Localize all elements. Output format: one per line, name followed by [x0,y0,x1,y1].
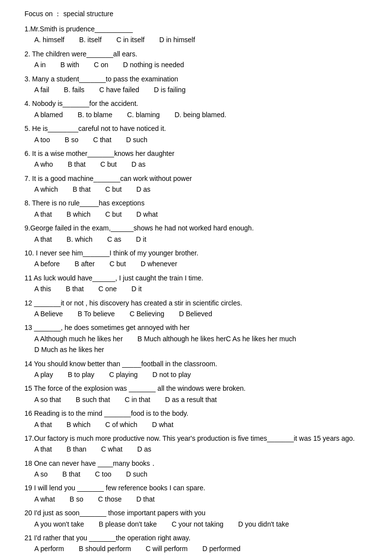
question-q2: 2. The children were_______all ears.A in… [24,49,368,71]
option-q15-0: A so that [34,394,61,405]
option-q1-0: A. himself [34,34,64,45]
question-text-q18: 18 One can never have ____many books． [24,458,368,469]
question-q6: 6. It is a wise mother_______knows her d… [24,148,368,170]
option-q3-3: D is failing [154,84,186,95]
question-q11: 11 As luck would have______, I just caug… [24,273,368,295]
option-q19-0: A what [34,494,55,505]
option-q11-0: A this [34,283,51,294]
option-q8-2: C but [105,209,122,220]
option-q10-1: B after [74,258,95,269]
option-q14-2: C playing [109,369,138,380]
option-q21-2: C will perform [146,543,188,554]
option-q9-1: B. which [67,234,93,245]
option-q8-1: B which [67,209,91,220]
options-row-q4: A blamedB. to blameC. blamingD. being bl… [24,109,368,120]
option-q13-0: A Although much he likes her [34,333,123,344]
option-q12-2: C Believing [129,308,164,319]
option-q14-3: D not to play [152,369,191,380]
option-q7-0: A which [34,184,58,195]
question-text-q15: 15 The force of the explosion was ______… [24,383,368,394]
options-row-q16: A thatB whichC of whichD what [24,419,368,430]
question-text-q10: 10. I never see him_______I think of my … [24,248,368,258]
option-q16-0: A that [34,419,52,430]
option-q11-1: B that [66,283,84,294]
option-q10-3: D whenever [141,258,177,269]
question-q12: 12 _______it or not , his discovery has … [24,298,368,320]
option-q2-3: D nothing is needed [123,59,184,70]
question-q16: 16 Reading is to the mind _______food is… [24,408,368,430]
question-text-q14: 14 You should know better than _____foot… [24,358,368,369]
questions-container: 1.Mr.Smith is prudence__________A. himse… [24,24,368,555]
option-q11-2: C one [98,283,117,294]
header-title: Focus on ： special structure [24,10,113,18]
options-row-q6: A whoB thatC butD as [24,159,368,170]
question-q15: 15 The force of the explosion was ______… [24,383,368,405]
option-q21-1: B should perform [79,543,131,554]
option-q18-2: C too [95,469,111,479]
question-text-q5: 5. He is________careful not to have noti… [24,123,368,134]
option-q2-2: C on [94,59,108,70]
option-q5-3: D such [126,134,147,145]
question-text-q3: 3. Many a student_______to pass the exam… [24,74,368,84]
option-q11-3: D it [131,283,142,294]
option-q20-2: C your not taking [172,519,223,530]
options-row-q2: A inB withC onD nothing is needed [24,59,368,70]
option-q19-1: B so [70,494,83,505]
option-q9-2: C as [107,234,122,245]
option-q15-3: D as a result that [165,394,217,405]
options-row-q10: A beforeB afterC butD whenever [24,258,368,269]
question-q13: 13 _______, he does sometimes get annoye… [24,322,368,355]
question-q7: 7. It is a good machine_______can work w… [24,173,368,195]
option-q16-1: B which [67,419,91,430]
option-q5-0: A too [34,134,50,145]
question-text-q1: 1.Mr.Smith is prudence__________ [24,24,368,34]
option-q1-1: B. itself [79,34,101,45]
option-q4-1: B. to blame [77,109,112,120]
option-q12-3: D Believed [179,308,212,319]
option-q3-0: A fail [34,84,49,95]
options-row-q13: A Although much he likes herB Much altho… [24,333,368,355]
option-q1-2: C in itself [116,34,145,45]
question-text-q19: 19 I will lend you _______ few reference… [24,482,368,493]
question-q10: 10. I never see him_______I think of my … [24,248,368,270]
options-row-q1: A. himselfB. itselfC in itselfD in himse… [24,34,368,45]
option-q15-1: B such that [75,394,110,405]
question-q14: 14 You should know better than _____foot… [24,358,368,380]
option-q8-0: A that [34,209,52,220]
options-row-q3: A failB. failsC have failedD is failing [24,84,368,95]
option-q20-0: A you won't take [34,519,84,530]
options-row-q15: A so thatB such thatC in thatD as a resu… [24,394,368,405]
question-text-q6: 6. It is a wise mother_______knows her d… [24,148,368,159]
question-q3: 3. Many a student_______to pass the exam… [24,74,368,96]
question-q18: 18 One can never have ____many books．A s… [24,458,368,480]
option-q4-0: A blamed [34,109,63,120]
option-q6-0: A who [34,159,53,170]
option-q13-1: B Much although he likes herC As he like… [138,333,296,344]
option-q7-2: C but [105,184,122,195]
option-q1-3: D in himself [159,34,195,45]
options-row-q19: A whatB soC thoseD that [24,494,368,505]
option-q6-1: B that [68,159,86,170]
question-text-q9: 9.George failed in the exam,______shows … [24,223,368,233]
option-q12-1: B To believe [77,308,115,319]
option-q8-3: D what [136,209,158,220]
option-q6-2: C but [100,159,117,170]
option-q10-0: A before [34,258,60,269]
options-row-q11: A thisB thatC oneD it [24,283,368,294]
question-q19: 19 I will lend you _______ few reference… [24,482,368,505]
question-q9: 9.George failed in the exam,______shows … [24,223,368,245]
question-q17: 17.Our factory is much more productive n… [24,433,368,455]
option-q14-1: B to play [68,369,94,380]
option-q17-3: D as [137,444,151,454]
question-text-q8: 8. There is no rule_____has exceptions [24,198,368,208]
option-q9-0: A that [34,234,52,245]
option-q20-3: D you didn't take [238,519,289,530]
option-q5-1: B so [65,134,78,145]
options-row-q5: A tooB soC thatD such [24,134,368,145]
question-text-q20: 20 I'd just as soon_______ those importa… [24,507,368,518]
option-q17-0: A that [34,444,52,454]
header: Focus on ： special structure [24,10,368,19]
question-q5: 5. He is________careful not to have noti… [24,123,368,145]
option-q17-1: B than [67,444,86,454]
question-text-q12: 12 _______it or not , his discovery has … [24,298,368,308]
